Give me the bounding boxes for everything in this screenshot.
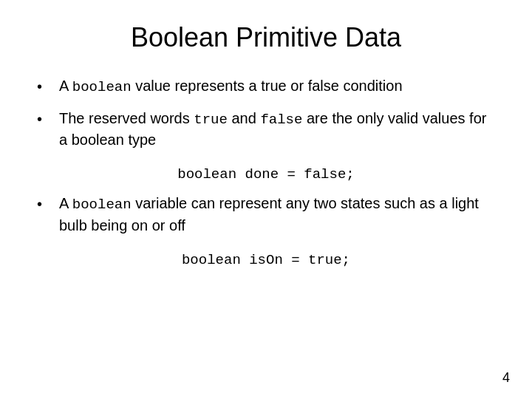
slide-content: • A boolean value represents a true or f…: [37, 75, 495, 377]
slide: Boolean Primitive Data • A boolean value…: [0, 0, 532, 399]
bullet-dot-1: •: [37, 76, 52, 97]
code-line-2: boolean isOn = true;: [37, 252, 495, 268]
page-number: 4: [502, 370, 510, 386]
bullet-text-1: A boolean value represents a true or fal…: [59, 75, 495, 98]
bullet-dot-3: •: [37, 194, 52, 214]
slide-title: Boolean Primitive Data: [37, 22, 495, 53]
bullet-1: • A boolean value represents a true or f…: [37, 75, 495, 98]
code-true: true: [194, 112, 228, 128]
bullet-dot-2: •: [37, 109, 52, 129]
code-line-1: boolean done = false;: [37, 166, 495, 183]
bullet-2: • The reserved words true and false are …: [37, 108, 495, 151]
bullet-text-2: The reserved words true and false are th…: [59, 108, 495, 151]
bullet-3: • A boolean variable can represent any t…: [37, 193, 495, 236]
code-false: false: [260, 112, 302, 128]
code-boolean-2: boolean: [72, 197, 132, 213]
code-boolean-1: boolean: [72, 79, 132, 95]
bullet-text-3: A boolean variable can represent any two…: [59, 193, 495, 236]
